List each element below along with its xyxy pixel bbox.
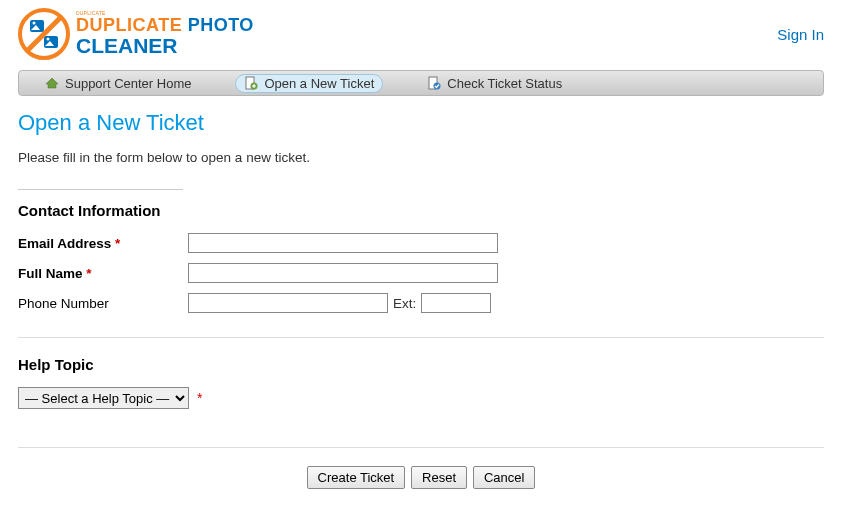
navbar: Support Center Home Open a New Ticket Ch… — [18, 70, 824, 96]
page-title: Open a New Ticket — [18, 110, 824, 136]
create-ticket-button[interactable]: Create Ticket — [307, 466, 406, 489]
contact-heading: Contact Information — [18, 202, 824, 219]
phone-label: Phone Number — [18, 296, 188, 311]
svg-rect-4 — [44, 36, 58, 48]
nav-open-ticket[interactable]: Open a New Ticket — [235, 74, 383, 93]
nav-check-status-label: Check Ticket Status — [447, 76, 562, 91]
logo-text-photo: PHOTO — [188, 15, 254, 35]
help-topic-select[interactable]: — Select a Help Topic — — [18, 387, 189, 409]
form-divider — [18, 337, 824, 338]
email-input[interactable] — [188, 233, 498, 253]
home-icon — [45, 76, 59, 90]
svg-marker-8 — [46, 78, 58, 88]
phone-input[interactable] — [188, 293, 388, 313]
section-divider — [18, 189, 183, 190]
new-ticket-icon — [244, 76, 258, 90]
signin-link[interactable]: Sign In — [777, 26, 824, 43]
ext-label: Ext: — [393, 296, 416, 311]
nav-support-home-label: Support Center Home — [65, 76, 191, 91]
nav-open-ticket-label: Open a New Ticket — [264, 76, 374, 91]
nav-check-status[interactable]: Check Ticket Status — [419, 75, 570, 92]
required-mark: * — [86, 266, 91, 281]
required-mark: * — [115, 236, 120, 251]
fullname-input[interactable] — [188, 263, 498, 283]
email-label: Email Address * — [18, 236, 188, 251]
page-instructions: Please fill in the form below to open a … — [18, 150, 824, 165]
cancel-button[interactable]: Cancel — [473, 466, 535, 489]
logo-icon — [18, 8, 70, 60]
reset-button[interactable]: Reset — [411, 466, 467, 489]
ext-input[interactable] — [421, 293, 491, 313]
nav-support-home[interactable]: Support Center Home — [37, 75, 199, 92]
brand-logo: DUPLICATE DUPLICATE PHOTO CLEANER — [18, 8, 254, 60]
logo-text-duplicate: DUPLICATE — [76, 15, 188, 35]
logo-text-cleaner: CLEANER — [76, 34, 254, 58]
svg-point-2 — [33, 22, 36, 25]
svg-rect-1 — [30, 20, 44, 32]
required-mark: * — [197, 390, 202, 406]
status-icon — [427, 76, 441, 90]
form-bottom-divider — [18, 447, 824, 448]
help-topic-heading: Help Topic — [18, 356, 824, 373]
svg-point-5 — [47, 38, 50, 41]
name-label: Full Name * — [18, 266, 188, 281]
